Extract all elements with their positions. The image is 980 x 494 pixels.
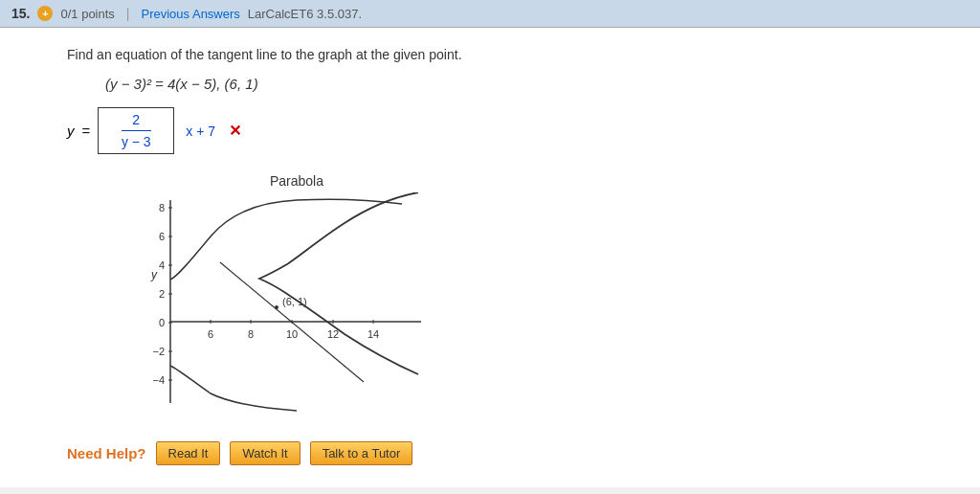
read-it-button[interactable]: Read It	[156, 441, 221, 465]
y-label: y	[67, 123, 75, 139]
problem-statement: Find an equation of the tangent line to …	[67, 47, 951, 62]
points-icon: +	[37, 6, 53, 21]
svg-text:(6, 1): (6, 1)	[282, 296, 307, 307]
svg-text:8: 8	[248, 328, 254, 340]
header-bar: 15. + 0/1 points | Previous Answers LarC…	[0, 0, 980, 28]
need-help-row: Need Help? Read It Watch It Talk to a Tu…	[67, 441, 951, 465]
points-text: 0/1 points	[60, 7, 114, 21]
content-area: Find an equation of the tangent line to …	[0, 28, 980, 487]
graph-container: Parabola 8 6 4 2 0 −2 −4 y	[144, 173, 450, 422]
svg-text:6: 6	[208, 328, 213, 340]
graph-svg: 8 6 4 2 0 −2 −4 y 6 8 10	[144, 192, 431, 422]
talk-to-tutor-button[interactable]: Talk to a Tutor	[310, 441, 413, 465]
fraction-line	[122, 130, 151, 131]
separator: |	[126, 6, 130, 21]
textbook-ref: LarCalcET6 3.5.037.	[248, 7, 362, 21]
need-help-label: Need Help?	[67, 445, 146, 461]
graph-area: 8 6 4 2 0 −2 −4 y 6 8 10	[144, 192, 431, 422]
svg-text:2: 2	[159, 288, 165, 300]
svg-text:14: 14	[368, 328, 379, 340]
fraction: 2 y − 3	[122, 112, 151, 149]
equals: =	[82, 123, 91, 139]
watch-it-button[interactable]: Watch It	[230, 441, 300, 465]
svg-text:0: 0	[159, 317, 165, 328]
svg-text:6: 6	[159, 231, 165, 242]
wrong-mark: ✕	[229, 122, 241, 140]
fraction-numerator: 2	[132, 112, 140, 129]
svg-text:10: 10	[286, 328, 298, 340]
question-number: 15.	[11, 6, 30, 21]
page-wrapper: 15. + 0/1 points | Previous Answers LarC…	[0, 0, 980, 494]
svg-text:−2: −2	[152, 346, 165, 357]
equation-line: (y − 3)² = 4(x − 5), (6, 1)	[105, 76, 951, 92]
svg-text:12: 12	[327, 328, 339, 340]
answer-suffix: x + 7	[186, 124, 215, 139]
svg-text:y: y	[150, 268, 158, 281]
svg-text:8: 8	[159, 202, 165, 213]
answer-box: 2 y − 3	[98, 107, 174, 154]
graph-title: Parabola	[144, 173, 450, 189]
fraction-denominator: y − 3	[122, 132, 151, 149]
answer-row: y = 2 y − 3 x + 7 ✕	[67, 107, 951, 154]
svg-text:4: 4	[159, 259, 165, 271]
prev-answers-link[interactable]: Previous Answers	[141, 7, 239, 21]
svg-text:−4: −4	[152, 374, 165, 386]
